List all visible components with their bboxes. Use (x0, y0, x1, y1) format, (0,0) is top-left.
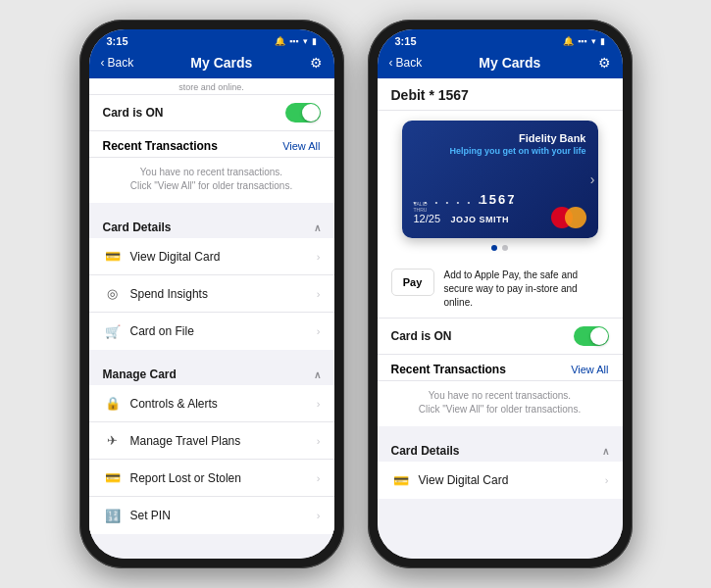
status-time-1: 3:15 (107, 35, 128, 47)
bell-icon-2: 🔔 (563, 36, 574, 46)
card-logo (551, 207, 586, 228)
card-on-file-icon: 🛒 (103, 324, 123, 339)
empty-line1-2: You have no recent transactions. (391, 389, 609, 403)
wifi-icon-2: ▾ (591, 36, 596, 46)
signal-icon-2: ▪▪▪ (578, 36, 587, 46)
transactions-title-2: Recent Transactions (391, 363, 506, 376)
back-label-1: Back (108, 56, 134, 70)
set-pin-icon: 🔢 (103, 509, 123, 523)
card-valid-section: VALIDTHRU 12/25 (414, 201, 441, 224)
list-item-card-on-file[interactable]: 🛒 Card on File › (89, 313, 334, 350)
controls-chevron: › (317, 398, 321, 410)
view-digital-chevron-2: › (605, 474, 609, 486)
nav-bar-1: ‹ Back My Cards ⚙ (89, 51, 334, 78)
card-on-toggle-1[interactable] (285, 103, 321, 122)
dot-2 (502, 245, 508, 251)
scroll-content-2: Debit * 1567 Fidelity Bank Helping you g… (378, 78, 623, 559)
view-all-2[interactable]: View All (571, 364, 608, 375)
card-carousel: Fidelity Bank Helping you get on with yo… (378, 111, 623, 261)
view-digital-label-2: View Digital Card (419, 473, 605, 487)
separator-2 (89, 350, 334, 358)
bank-logo: Fidelity Bank Helping you get on with yo… (414, 132, 586, 157)
spend-insights-icon: ◎ (103, 286, 123, 301)
card-details-header-1: Card Details ∧ (89, 211, 334, 238)
transactions-empty-1: You have no recent transactions. Click "… (89, 158, 334, 203)
carousel-dots (491, 245, 508, 251)
wifi-icon-1: ▾ (303, 36, 308, 46)
list-item-view-digital[interactable]: 💳 View Digital Card › (89, 238, 334, 275)
card-on-file-label: Card on File (130, 324, 317, 338)
toggle-knob-1 (302, 104, 320, 122)
report-lost-icon: 💳 (103, 470, 123, 485)
apple-pay-description: Add to Apple Pay, the safe and secure wa… (444, 269, 609, 310)
gear-icon-2[interactable]: ⚙ (598, 55, 611, 71)
card-on-file-chevron: › (317, 325, 321, 337)
list-item-travel-plans[interactable]: ✈ Manage Travel Plans › (89, 422, 334, 460)
card-on-toggle-row-2: Card is ON (378, 318, 623, 355)
empty-line2-2: Click "View All" for older transactions. (391, 403, 609, 416)
card-on-label-1: Card is ON (103, 106, 285, 120)
back-chevron-1: ‹ (101, 56, 105, 70)
credit-card: Fidelity Bank Helping you get on with yo… (402, 121, 598, 238)
card-title: Debit * 1567 (391, 87, 469, 103)
spend-insights-chevron: › (317, 288, 321, 300)
carousel-next-icon[interactable]: › (590, 172, 595, 187)
bell-icon-1: 🔔 (275, 36, 285, 46)
gear-icon-1[interactable]: ⚙ (310, 55, 323, 71)
list-item-view-digital-2[interactable]: 💳 View Digital Card › (378, 462, 623, 499)
battery-icon-1: ▮ (312, 36, 317, 46)
back-button-1[interactable]: ‹ Back (101, 56, 134, 70)
card-on-toggle-2[interactable] (574, 326, 609, 346)
valid-date: 12/25 (414, 213, 441, 224)
status-time-2: 3:15 (395, 35, 417, 47)
view-digital-label: View Digital Card (130, 250, 317, 264)
card-on-toggle-row-1: Card is ON (89, 95, 334, 131)
report-lost-chevron: › (317, 472, 321, 484)
transactions-title-1: Recent Transactions (103, 139, 218, 153)
valid-thru-label: VALIDTHRU (414, 201, 441, 213)
list-item-controls-alerts[interactable]: 🔒 Controls & Alerts › (89, 385, 334, 422)
status-bar-2: 3:15 🔔 ▪▪▪ ▾ ▮ (378, 29, 623, 51)
spend-insights-label: Spend Insights (130, 287, 317, 301)
phone-1: 3:15 🔔 ▪▪▪ ▾ ▮ ‹ Back My Cards ⚙ store a… (79, 20, 344, 568)
list-item-report-lost[interactable]: 💳 Report Lost or Stolen › (89, 460, 334, 497)
card-on-label-2: Card is ON (391, 329, 574, 343)
card-details-chevron-2: ∧ (602, 446, 609, 457)
list-item-spend-insights[interactable]: ◎ Spend Insights › (89, 275, 334, 313)
transactions-empty-2: You have no recent transactions. Click "… (378, 381, 623, 426)
battery-icon-2: ▮ (600, 36, 605, 46)
card-details-list-1: 💳 View Digital Card › ◎ Spend Insights ›… (89, 238, 334, 350)
apple-pay-box: Pay (391, 269, 434, 296)
apple-pay-icon: Pay (403, 276, 423, 288)
list-item-set-pin[interactable]: 🔢 Set PIN › (89, 497, 334, 534)
view-digital-icon: 💳 (103, 249, 123, 264)
view-all-1[interactable]: View All (282, 140, 320, 152)
status-icons-1: 🔔 ▪▪▪ ▾ ▮ (275, 36, 317, 46)
bank-tagline: Helping you get on with your life (450, 146, 586, 156)
controls-icon: 🔒 (103, 396, 123, 411)
manage-card-title-1: Manage Card (103, 368, 177, 381)
card-details-title-2: Card Details (391, 444, 460, 458)
set-pin-label: Set PIN (130, 509, 317, 522)
empty-line2-1: Click "View All" for older transactions. (103, 179, 321, 193)
view-digital-chevron: › (317, 251, 321, 263)
carousel-row: Fidelity Bank Helping you get on with yo… (391, 121, 609, 238)
manage-card-list-1: 🔒 Controls & Alerts › ✈ Manage Travel Pl… (89, 385, 334, 534)
controls-label: Controls & Alerts (130, 397, 317, 411)
back-chevron-2: ‹ (389, 56, 393, 70)
mc-orange-circle (565, 207, 586, 228)
card-title-bar: Debit * 1567 (378, 78, 623, 111)
status-icons-2: 🔔 ▪▪▪ ▾ ▮ (563, 36, 605, 46)
nav-title-1: My Cards (190, 55, 252, 71)
signal-icon-1: ▪▪▪ (289, 36, 299, 46)
travel-chevron: › (317, 435, 321, 447)
empty-line1-1: You have no recent transactions. (103, 166, 321, 179)
back-button-2[interactable]: ‹ Back (389, 56, 423, 70)
card-holder-name: JOJO SMITH (451, 215, 510, 224)
recent-transactions-header-1: Recent Transactions View All (89, 131, 334, 158)
back-label-2: Back (396, 56, 423, 70)
scroll-content-1: store and online. Card is ON Recent Tran… (89, 78, 334, 559)
card-last-four: 1567 (481, 192, 517, 207)
apple-pay-row[interactable]: Pay Add to Apple Pay, the safe and secur… (378, 261, 623, 318)
card-details-chevron-1: ∧ (314, 222, 321, 233)
